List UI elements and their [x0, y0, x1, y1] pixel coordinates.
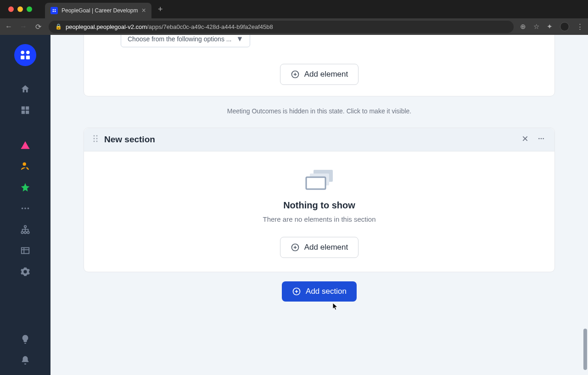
- bookmark-icon[interactable]: ☆: [533, 22, 539, 31]
- bell-icon[interactable]: [16, 351, 34, 369]
- star-icon[interactable]: [16, 178, 34, 196]
- svg-rect-10: [22, 111, 25, 114]
- empty-cards-icon: [304, 168, 335, 192]
- add-element-label: Add element: [304, 243, 348, 252]
- add-element-button-empty[interactable]: Add element: [280, 237, 358, 258]
- svg-point-16: [28, 207, 29, 209]
- org-chart-icon[interactable]: [16, 220, 34, 239]
- more-icon[interactable]: [16, 199, 34, 218]
- browser-chrome: PeopleGoal | Career Developm × + ← → ⟳ 🔒…: [0, 0, 588, 35]
- hidden-section-notice[interactable]: Meeting Outcomes is hidden in this state…: [50, 107, 588, 115]
- table-icon[interactable]: [16, 241, 34, 260]
- svg-point-20: [27, 231, 29, 234]
- add-element-button[interactable]: Add element: [280, 64, 358, 85]
- add-section-label: Add section: [306, 287, 347, 296]
- new-tab-button[interactable]: +: [151, 5, 169, 14]
- section-more-icon[interactable]: [537, 135, 545, 144]
- browser-right-icons: ⊕ ☆ ✦ ⋮: [520, 22, 583, 31]
- browser-menu-icon[interactable]: ⋮: [577, 22, 583, 31]
- svg-point-25: [94, 138, 95, 140]
- address-bar: ← → ⟳ 🔒 peoplegoal.peoplegoal-v2.com/app…: [0, 18, 588, 35]
- svg-point-0: [53, 9, 54, 11]
- svg-point-4: [21, 50, 24, 54]
- svg-point-14: [22, 207, 23, 209]
- new-section-card: New section: [84, 128, 555, 272]
- scrollbar[interactable]: [583, 329, 587, 370]
- svg-point-18: [21, 231, 23, 234]
- svg-point-1: [55, 9, 56, 11]
- empty-title: Nothing to show: [283, 200, 355, 211]
- tab-close-icon[interactable]: ×: [142, 6, 146, 15]
- sidebar: [0, 35, 50, 375]
- lightbulb-icon[interactable]: [16, 330, 34, 348]
- pyramid-icon[interactable]: [16, 136, 34, 154]
- lock-icon: 🔒: [55, 23, 62, 30]
- svg-point-13: [23, 162, 26, 166]
- add-section-button[interactable]: Add section: [282, 281, 357, 302]
- close-section-icon[interactable]: [521, 135, 529, 144]
- chevron-down-icon: ▼: [236, 35, 243, 43]
- home-icon[interactable]: [16, 80, 34, 98]
- svg-rect-6: [21, 56, 24, 59]
- person-edit-icon[interactable]: [16, 157, 34, 175]
- svg-rect-11: [26, 111, 29, 114]
- forward-button[interactable]: →: [19, 22, 28, 31]
- extensions-icon[interactable]: ✦: [547, 22, 553, 31]
- tab-bar: PeopleGoal | Career Developm × +: [0, 0, 588, 18]
- reload-button[interactable]: ⟳: [34, 22, 42, 31]
- svg-point-31: [543, 138, 544, 140]
- zoom-icon[interactable]: ⊕: [520, 22, 526, 31]
- svg-rect-34: [306, 177, 325, 189]
- svg-rect-7: [26, 56, 30, 59]
- main-content: Choose from the following options ... ▼ …: [50, 35, 588, 375]
- settings-icon[interactable]: [16, 263, 34, 281]
- svg-point-24: [96, 135, 98, 137]
- back-button[interactable]: ←: [5, 22, 13, 31]
- url-bar[interactable]: 🔒 peoplegoal.peoplegoal-v2.com/apps/7eba…: [49, 21, 514, 33]
- grid-icon[interactable]: [16, 101, 34, 119]
- url-text: peoplegoal.peoplegoal-v2.com/apps/7eba0c…: [66, 23, 273, 30]
- app-logo[interactable]: [14, 44, 36, 66]
- svg-rect-9: [26, 106, 29, 110]
- options-dropdown[interactable]: Choose from the following options ... ▼: [121, 35, 250, 47]
- plus-circle-icon: [291, 70, 300, 79]
- svg-point-15: [24, 207, 26, 209]
- svg-point-17: [24, 225, 27, 228]
- svg-rect-8: [22, 106, 25, 110]
- add-element-label: Add element: [304, 70, 348, 79]
- svg-point-30: [541, 138, 542, 140]
- section-header: New section: [84, 128, 554, 151]
- browser-tab[interactable]: PeopleGoal | Career Developm ×: [45, 3, 151, 18]
- window-minimize[interactable]: [17, 6, 23, 12]
- svg-point-29: [538, 138, 540, 140]
- svg-point-27: [94, 141, 95, 142]
- svg-rect-2: [53, 11, 54, 12]
- svg-rect-3: [55, 11, 56, 12]
- svg-rect-21: [22, 248, 29, 254]
- tab-title: PeopleGoal | Career Developm: [62, 7, 138, 14]
- svg-point-5: [26, 50, 29, 54]
- svg-point-28: [96, 141, 98, 142]
- app-root: Choose from the following options ... ▼ …: [0, 35, 588, 375]
- svg-rect-12: [21, 148, 29, 149]
- section-title: New section: [104, 134, 515, 145]
- empty-subtitle: There are no elements in this section: [263, 215, 376, 223]
- window-controls: [4, 6, 37, 12]
- plus-circle-icon: [292, 287, 301, 296]
- svg-point-26: [96, 138, 98, 140]
- empty-state: Nothing to show There are no elements in…: [84, 151, 554, 272]
- svg-point-23: [94, 135, 95, 137]
- profile-avatar[interactable]: [560, 22, 569, 31]
- dropdown-label: Choose from the following options ...: [128, 35, 231, 43]
- svg-point-19: [24, 231, 27, 234]
- favicon-icon: [50, 7, 58, 14]
- drag-handle-icon[interactable]: [93, 134, 98, 145]
- options-card: Choose from the following options ... ▼ …: [84, 35, 555, 96]
- window-maximize[interactable]: [27, 6, 32, 12]
- plus-circle-icon: [291, 243, 300, 252]
- window-close[interactable]: [8, 6, 14, 12]
